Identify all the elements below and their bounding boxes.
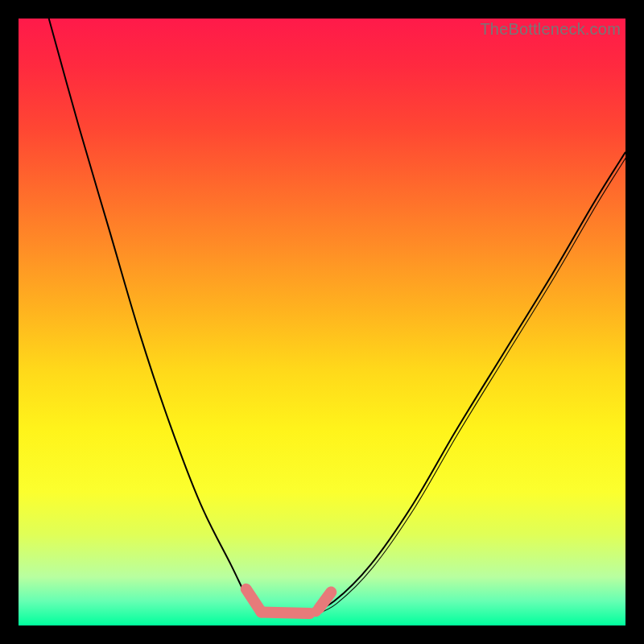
chart-svg	[19, 19, 625, 625]
plot-area: TheBottleneck.com	[19, 19, 625, 625]
left-curve	[49, 19, 262, 613]
right-curve	[310, 152, 625, 613]
marker-segment	[319, 592, 331, 609]
right-curve-shadow	[312, 155, 628, 616]
optimal-range-marker	[246, 589, 332, 617]
marker-dot	[311, 606, 321, 617]
chart-frame: TheBottleneck.com	[0, 0, 644, 644]
marker-segment	[262, 612, 310, 613]
